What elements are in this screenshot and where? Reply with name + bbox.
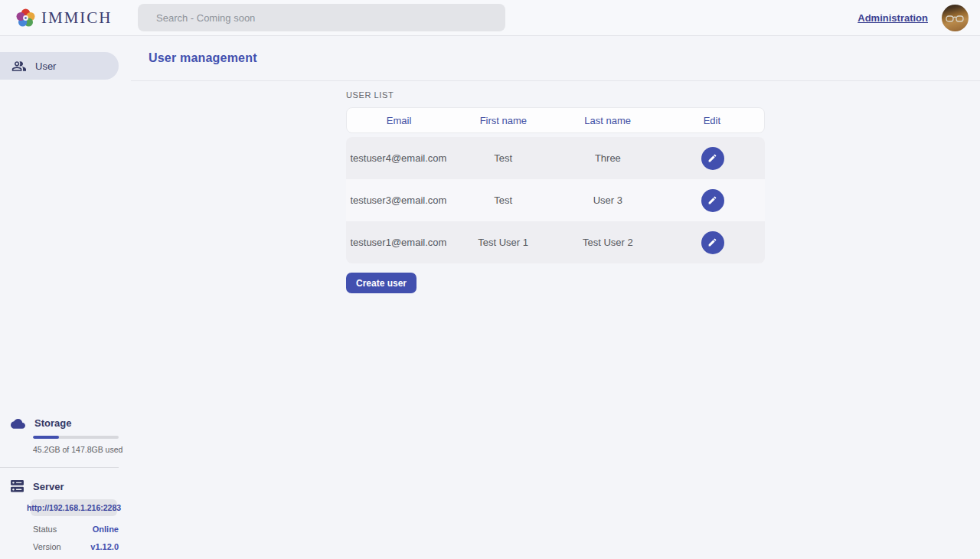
user-avatar[interactable]: [942, 5, 969, 31]
sidebar-item-user[interactable]: User: [0, 52, 119, 80]
cloud-icon: [11, 418, 25, 429]
pencil-icon: [707, 195, 717, 205]
server-status-value: Online: [93, 525, 119, 534]
column-header-last-name: Last name: [556, 115, 660, 126]
column-header-first-name: First name: [451, 115, 555, 126]
cell-email: testuser3@email.com: [346, 195, 451, 206]
edit-user-button[interactable]: [701, 231, 724, 254]
create-user-button[interactable]: Create user: [346, 273, 416, 293]
cell-first-name: Test: [451, 195, 556, 206]
server-section: Server http://192.168.1.216:2283 Status …: [0, 480, 131, 551]
app-title: IMMICH: [41, 8, 113, 28]
edit-user-button[interactable]: [701, 189, 724, 212]
search-input[interactable]: [138, 4, 505, 31]
administration-link[interactable]: Administration: [858, 12, 928, 24]
column-header-email: Email: [347, 115, 451, 126]
cell-last-name: Test User 2: [556, 237, 661, 248]
table-row: testuser3@email.com Test User 3: [346, 179, 765, 221]
storage-section: Storage 45.2GB of 147.8GB used: [0, 417, 131, 454]
cell-email: testuser4@email.com: [346, 152, 451, 164]
cell-first-name: Test: [451, 152, 556, 164]
top-header: IMMICH Administration: [0, 0, 980, 36]
user-table-header: Email First name Last name Edit: [346, 107, 765, 133]
user-table: testuser4@email.com Test Three testuser3…: [346, 137, 765, 263]
cell-first-name: Test User 1: [451, 237, 556, 248]
server-version-value: v1.12.0: [90, 542, 119, 551]
server-icon: [11, 480, 24, 492]
pencil-icon: [707, 237, 717, 247]
storage-usage-text: 45.2GB of 147.8GB used: [33, 445, 131, 454]
server-status-label: Status: [33, 525, 57, 534]
column-header-edit: Edit: [660, 115, 764, 126]
sidebar: User Storage 45.2GB of 147.8GB used: [0, 36, 131, 559]
cell-last-name: User 3: [556, 195, 661, 206]
cell-email: testuser1@email.com: [346, 237, 451, 248]
user-list-label: User List: [346, 90, 765, 100]
page-title: User management: [149, 51, 257, 65]
table-row: testuser1@email.com Test User 1 Test Use…: [346, 221, 765, 263]
edit-user-button[interactable]: [701, 147, 724, 170]
storage-progress-fill: [33, 436, 59, 439]
server-title: Server: [33, 481, 64, 492]
server-version-label: Version: [33, 542, 61, 551]
server-url: http://192.168.1.216:2283: [31, 499, 117, 516]
sidebar-item-user-label: User: [35, 60, 56, 72]
table-row: testuser4@email.com Test Three: [346, 137, 765, 179]
storage-progress-bar: [33, 436, 119, 439]
pencil-icon: [707, 153, 717, 163]
storage-title: Storage: [34, 417, 71, 429]
immich-logo[interactable]: IMMICH: [0, 8, 113, 28]
users-icon: [11, 60, 26, 72]
immich-flower-icon: [15, 8, 36, 28]
main-panel: User management User List Email First na…: [131, 36, 980, 559]
sidebar-divider: [0, 467, 119, 468]
cell-last-name: Three: [556, 152, 661, 164]
